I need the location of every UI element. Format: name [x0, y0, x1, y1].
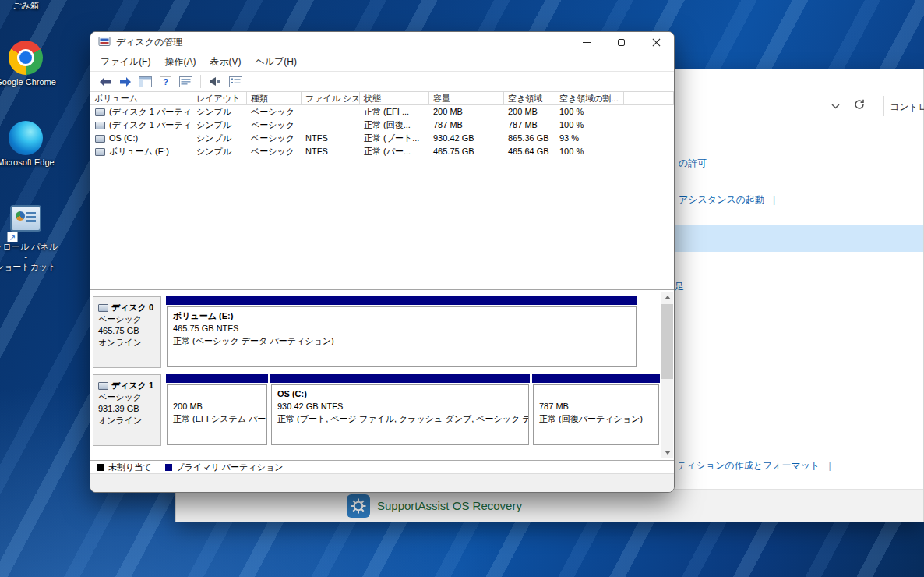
format-partition-link[interactable]: ティションの作成とフォーマット| — [677, 459, 831, 473]
scroll-up-icon[interactable] — [661, 292, 673, 303]
chrome-icon — [9, 41, 43, 75]
volume-list: ボリューム レイアウト 種類 ファイル システム 状態 容量 空き領域 空き領域… — [90, 92, 674, 289]
control-panel-icon — [9, 205, 43, 239]
cell-volume: (ディスク 1 パーティシ... — [109, 119, 192, 132]
cell-layout: シンプル — [192, 105, 247, 119]
assistance-link[interactable]: アシスタンスの起動| — [679, 193, 775, 207]
cell-free: 465.64 GB — [504, 145, 555, 158]
table-header: ボリューム レイアウト 種類 ファイル システム 状態 容量 空き領域 空き領域… — [90, 92, 674, 105]
graphical-view: ディスク 0 ベーシック 465.75 GB オンライン ボリューム (E:) … — [90, 289, 674, 460]
scroll-down-icon[interactable] — [661, 447, 673, 458]
cell-capacity: 930.42 GB — [429, 132, 504, 145]
table-row[interactable]: OS (C:) シンプル ベーシック NTFS 正常 (ブート... 930.4… — [90, 132, 674, 145]
refresh-icon[interactable] — [853, 98, 866, 113]
column-header-volume[interactable]: ボリューム — [90, 92, 192, 105]
graph-scrollbar[interactable] — [661, 292, 673, 458]
searchbox-divider — [883, 96, 884, 116]
edge-icon — [9, 121, 43, 155]
desktop-icon-control-panel[interactable]: トロール パネル - ショートカット — [0, 201, 59, 272]
cell-fs — [302, 105, 360, 119]
view-icon[interactable] — [228, 74, 243, 89]
legend-primary: プライマリ パーティション — [165, 462, 284, 473]
partition-efi[interactable]: 200 MB 正常 (EFI システム パーテ — [166, 374, 268, 446]
desktop-icon-label: Microsoft Edge — [0, 158, 59, 168]
desktop-icon-chrome[interactable]: Google Chrome — [0, 41, 59, 87]
column-header-free[interactable]: 空き領域 — [504, 92, 555, 105]
console-tree-icon[interactable] — [138, 74, 153, 89]
menu-help[interactable]: ヘルプ(H) — [248, 53, 304, 71]
window-title: ディスクの管理 — [116, 36, 182, 49]
cell-free: 787 MB — [504, 119, 555, 132]
column-header-spacer — [624, 92, 674, 105]
partial-link[interactable]: 足 — [675, 280, 684, 293]
permission-link[interactable]: の許可 — [679, 157, 707, 170]
table-row[interactable]: (ディスク 1 パーティシ... シンプル ベーシック 正常 (EFI ... … — [90, 105, 674, 119]
cell-fs: NTFS — [302, 145, 360, 158]
cell-status: 正常 (EFI ... — [360, 105, 429, 119]
cell-layout: シンプル — [192, 132, 247, 145]
minimize-button[interactable] — [569, 32, 604, 52]
menu-file[interactable]: ファイル(F) — [93, 53, 157, 71]
action-icon[interactable] — [208, 74, 223, 89]
search-input[interactable]: コントロー — [890, 101, 924, 114]
partition-color-strip — [166, 296, 637, 305]
link-separator: | — [773, 194, 775, 205]
close-button[interactable] — [639, 32, 674, 52]
partition-os-c[interactable]: OS (C:) 930.42 GB NTFS 正常 (ブート, ページ ファイル… — [270, 374, 530, 446]
properties-icon[interactable] — [178, 74, 193, 89]
forward-icon[interactable] — [118, 74, 132, 89]
table-row[interactable]: ボリューム (E:) シンプル ベーシック NTFS 正常 (パー... 465… — [90, 145, 674, 158]
disk0-row: ディスク 0 ベーシック 465.75 GB オンライン ボリューム (E:) … — [93, 296, 639, 368]
cell-capacity: 465.75 GB — [429, 145, 504, 158]
disk1-header[interactable]: ディスク 1 ベーシック 931.39 GB オンライン — [93, 374, 161, 446]
toolbar: ? — [90, 71, 674, 92]
cell-pct: 93 % — [555, 132, 624, 145]
volume-icon — [95, 122, 105, 129]
desktop-icon-edge[interactable]: Microsoft Edge — [0, 121, 59, 168]
desktop-icon-label: ごみ箱 — [0, 1, 59, 11]
legend: 未割り当て プライマリ パーティション — [90, 460, 674, 473]
cell-volume: ボリューム (E:) — [109, 145, 169, 158]
cell-type: ベーシック — [247, 145, 302, 158]
column-header-status[interactable]: 状態 — [360, 92, 429, 105]
table-row[interactable]: (ディスク 1 パーティシ... シンプル ベーシック 正常 (回復... 78… — [90, 119, 674, 132]
menu-view[interactable]: 表示(V) — [203, 53, 248, 71]
back-icon[interactable] — [97, 74, 112, 89]
address-dropdown-chevron-icon[interactable] — [831, 101, 841, 112]
scrollbar-thumb[interactable] — [661, 304, 673, 379]
partition-color-strip — [532, 374, 660, 383]
column-header-type[interactable]: 種類 — [247, 92, 302, 105]
partition-color-strip — [166, 374, 268, 383]
toolbar-separator — [200, 75, 201, 88]
partition-color-strip — [270, 374, 530, 383]
partition-volume-e[interactable]: ボリューム (E:) 465.75 GB NTFS 正常 (ベーシック データ … — [166, 296, 637, 368]
desktop-icon-recycle-bin[interactable]: ごみ箱 — [0, 0, 59, 11]
column-header-free-pct[interactable]: 空き領域の割... — [555, 92, 624, 105]
cell-pct: 100 % — [555, 105, 624, 119]
maximize-icon — [618, 39, 625, 46]
volume-icon — [95, 148, 105, 156]
cell-fs — [302, 119, 360, 132]
cell-pct: 100 % — [555, 119, 624, 132]
column-header-capacity[interactable]: 容量 — [429, 92, 504, 105]
maximize-button[interactable] — [604, 32, 639, 52]
cell-status: 正常 (ブート... — [360, 132, 429, 145]
cell-type: ベーシック — [247, 105, 302, 119]
status-bar — [90, 473, 674, 492]
cell-type: ベーシック — [247, 132, 302, 145]
disk-management-app-icon — [98, 35, 111, 50]
disk0-header[interactable]: ディスク 0 ベーシック 465.75 GB オンライン — [93, 296, 161, 368]
column-header-filesystem[interactable]: ファイル システム — [302, 92, 360, 105]
minimize-icon — [583, 42, 591, 43]
unallocated-swatch — [97, 464, 104, 471]
menu-action[interactable]: 操作(A) — [157, 53, 203, 71]
partition-recovery[interactable]: 787 MB 正常 (回復パーティション) — [532, 374, 660, 446]
desktop-icon-label: Google Chrome — [0, 77, 59, 87]
menu-bar: ファイル(F) 操作(A) 表示(V) ヘルプ(H) — [90, 52, 674, 71]
supportassist-label[interactable]: SupportAssist OS Recovery — [377, 490, 522, 522]
column-header-layout[interactable]: レイアウト — [192, 92, 247, 105]
help-icon[interactable]: ? — [158, 74, 173, 89]
title-bar[interactable]: ディスクの管理 — [90, 32, 674, 52]
svg-text:?: ? — [163, 77, 168, 87]
disk1-row: ディスク 1 ベーシック 931.39 GB オンライン 200 MB 正常 (… — [93, 374, 664, 446]
